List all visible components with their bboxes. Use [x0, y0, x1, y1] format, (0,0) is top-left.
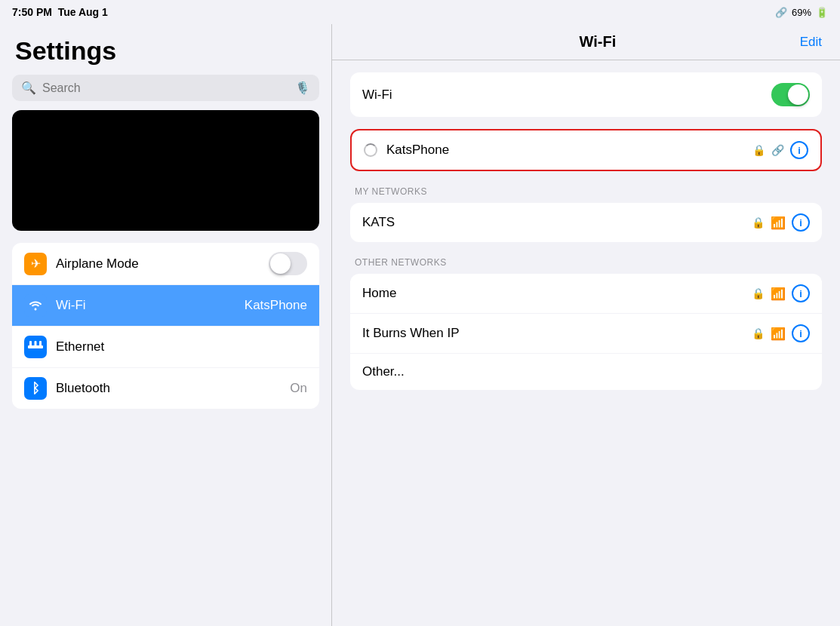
bluetooth-value: On [290, 381, 307, 396]
main-layout: Settings 🔍 🎙️ ✈ Airplane Mode [0, 24, 840, 626]
ethernet-label: Ethernet [56, 339, 307, 354]
bluetooth-icon: ᛒ [24, 377, 47, 400]
profile-image [12, 110, 319, 231]
connectivity-group: ✈ Airplane Mode Wi-Fi KatsPhone [12, 243, 319, 409]
battery-link-icon: 🔗 [775, 7, 787, 18]
svg-rect-1 [29, 341, 32, 347]
network-name-kats: KATS [362, 215, 743, 230]
search-input[interactable] [42, 81, 289, 95]
wifi-signal-icon-burns: 📶 [771, 327, 786, 341]
search-icon: 🔍 [21, 81, 36, 95]
page-title: Wi-Fi [395, 33, 800, 51]
lock-icon-home: 🔒 [752, 287, 765, 299]
settings-item-ethernet[interactable]: Ethernet [12, 327, 319, 368]
info-button-katsphone[interactable]: i [790, 141, 808, 159]
left-panel: Settings 🔍 🎙️ ✈ Airplane Mode [0, 24, 332, 626]
info-button-kats[interactable]: i [792, 213, 810, 232]
airplane-mode-icon: ✈ [24, 253, 47, 275]
right-content: Wi-Fi KatsPhone 🔒 🔗 i MY NETWORKS [332, 60, 840, 626]
right-header: Wi-Fi Edit [332, 24, 840, 60]
wifi-signal-icon-home: 📶 [771, 287, 786, 301]
connected-network-group: KatsPhone 🔒 🔗 i [350, 129, 822, 171]
home-icons: 🔒 📶 i [752, 284, 810, 302]
search-bar[interactable]: 🔍 🎙️ [12, 75, 319, 101]
connecting-spinner [364, 143, 377, 157]
my-networks-group: KATS 🔒 📶 i [350, 203, 822, 242]
network-row-kats[interactable]: KATS 🔒 📶 i [350, 203, 822, 242]
connected-network-row[interactable]: KatsPhone 🔒 🔗 i [352, 130, 820, 170]
wifi-signal-icon-kats: 📶 [771, 216, 786, 230]
battery-icon: 🔋 [816, 7, 828, 18]
wifi-main-toggle[interactable] [771, 83, 810, 106]
wifi-value: KatsPhone [245, 298, 307, 313]
right-panel: Wi-Fi Edit Wi-Fi KatsPhone 🔒 🔗 i [332, 24, 840, 626]
other-networks-header: OTHER NETWORKS [350, 257, 822, 274]
wifi-label: Wi-Fi [56, 298, 235, 313]
other-networks-group: Home 🔒 📶 i It Burns When IP 🔒 📶 i [350, 274, 822, 390]
lock-icon: 🔒 [752, 144, 765, 156]
ethernet-icon [24, 336, 47, 358]
lock-icon-kats: 🔒 [752, 216, 765, 229]
kats-icons: 🔒 📶 i [752, 213, 810, 232]
info-button-home[interactable]: i [792, 284, 810, 302]
network-row-other[interactable]: Other... [350, 354, 822, 390]
link-icon: 🔗 [771, 144, 784, 156]
lock-icon-burns: 🔒 [752, 327, 765, 339]
network-name-burns: It Burns When IP [362, 326, 743, 341]
settings-item-airplane-mode[interactable]: ✈ Airplane Mode [12, 243, 319, 285]
settings-list: ✈ Airplane Mode Wi-Fi KatsPhone [0, 243, 331, 626]
wifi-toggle-row: Wi-Fi [350, 72, 822, 117]
wifi-toggle-label: Wi-Fi [362, 87, 392, 103]
network-name-home: Home [362, 286, 743, 301]
network-row-home[interactable]: Home 🔒 📶 i [350, 274, 822, 314]
bluetooth-label: Bluetooth [56, 381, 281, 396]
settings-item-bluetooth[interactable]: ᛒ Bluetooth On [12, 368, 319, 409]
network-name-other: Other... [362, 364, 810, 379]
settings-item-wifi[interactable]: Wi-Fi KatsPhone [12, 285, 319, 327]
edit-button[interactable]: Edit [800, 35, 822, 50]
network-row-burns[interactable]: It Burns When IP 🔒 📶 i [350, 314, 822, 354]
status-indicators: 🔗 69% 🔋 [775, 7, 828, 18]
wifi-icon [24, 294, 47, 317]
my-networks-header: MY NETWORKS [350, 186, 822, 203]
status-time-date: 7:50 PM Tue Aug 1 [12, 6, 108, 18]
battery-percent: 69% [792, 7, 811, 18]
connected-network-icons: 🔒 🔗 i [752, 141, 808, 159]
burns-icons: 🔒 📶 i [752, 324, 810, 342]
airplane-mode-label: Airplane Mode [56, 256, 260, 272]
info-button-burns[interactable]: i [792, 324, 810, 342]
svg-rect-3 [39, 341, 42, 347]
connected-network-name: KatsPhone [386, 143, 743, 158]
mic-icon[interactable]: 🎙️ [295, 81, 310, 95]
airplane-mode-toggle[interactable] [269, 252, 307, 275]
svg-rect-2 [35, 341, 37, 347]
status-bar: 7:50 PM Tue Aug 1 🔗 69% 🔋 [0, 0, 840, 24]
settings-title: Settings [0, 24, 331, 72]
